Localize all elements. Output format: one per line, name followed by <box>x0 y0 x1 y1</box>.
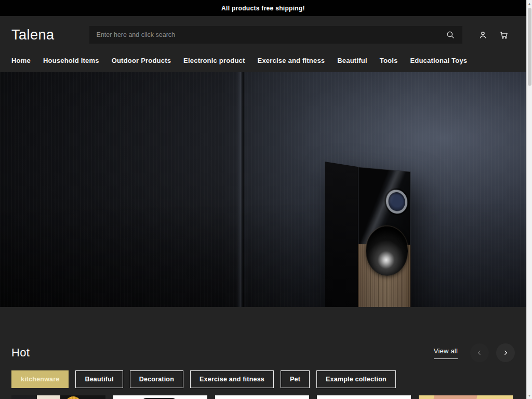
product-card-scallions[interactable] <box>419 395 513 399</box>
filter-chip-exercise-and-fitness[interactable]: Exercise and fitness <box>190 370 274 388</box>
nav-item-tools[interactable]: Tools <box>380 57 398 64</box>
product-image <box>419 395 513 399</box>
carousel-prev-button[interactable] <box>470 343 489 362</box>
logo[interactable]: Talena <box>11 27 55 43</box>
nav-item-electronic-product[interactable]: Electronic product <box>183 57 245 64</box>
product-image <box>215 395 309 399</box>
nav-item-home[interactable]: Home <box>11 57 31 64</box>
hot-section: Hot View all kitchenwareBeautifu <box>0 343 526 399</box>
scroll-up-icon[interactable]: ▲ <box>527 0 532 7</box>
doorbell-front-face <box>358 167 410 307</box>
search-input[interactable] <box>89 26 462 44</box>
filter-chip-decoration[interactable]: Decoration <box>130 370 183 388</box>
masthead: Talena <box>0 16 526 72</box>
hero-door-edge <box>237 72 247 307</box>
header: Talena <box>0 16 526 52</box>
doorbell-speaker <box>366 225 408 276</box>
nav-item-beautiful[interactable]: Beautiful <box>337 57 367 64</box>
page: All products free shipping! Talena <box>0 0 526 399</box>
scrollbar-thumb[interactable] <box>528 8 531 86</box>
section-title: Hot <box>11 346 30 360</box>
filter-chips: kitchenwareBeautifulDecorationExercise a… <box>11 370 515 388</box>
search-bar <box>89 26 462 44</box>
doorbell-device <box>325 162 414 307</box>
filter-chip-example-collection[interactable]: Example collection <box>316 370 396 388</box>
header-icons <box>476 28 511 42</box>
promo-banner: All products free shipping! <box>0 0 526 16</box>
promo-banner-text: All products free shipping! <box>221 5 305 12</box>
product-image <box>11 395 105 399</box>
filter-chip-pet[interactable]: Pet <box>281 370 310 388</box>
product-image <box>317 395 411 399</box>
chevron-right-icon <box>502 349 509 356</box>
hot-controls: View all <box>434 343 515 362</box>
nav-item-outdoor-products[interactable]: Outdoor Products <box>112 57 171 64</box>
product-card-coffee[interactable]: 100% <box>11 395 105 399</box>
cart-icon <box>499 30 509 40</box>
view-all-link[interactable]: View all <box>434 347 458 359</box>
product-card-sandwich[interactable] <box>317 395 411 399</box>
nav-item-household-items[interactable]: Household Items <box>43 57 99 64</box>
chevron-left-icon <box>476 349 483 356</box>
scroll-down-icon[interactable]: ▼ <box>527 392 532 399</box>
search-icon <box>446 30 455 39</box>
search-button[interactable] <box>443 26 458 44</box>
product-carousel: 100% <box>11 395 515 399</box>
hot-header-row: Hot View all <box>11 343 515 362</box>
doorbell-camera-lens <box>386 189 407 214</box>
nav-item-exercise-and-fitness[interactable]: Exercise and fitness <box>258 57 325 64</box>
viewport: All products free shipping! Talena <box>0 0 532 399</box>
filter-chip-kitchenware[interactable]: kitchenware <box>11 370 69 388</box>
account-button[interactable] <box>476 28 489 42</box>
scrollbar[interactable]: ▲ ▼ <box>526 0 532 399</box>
product-image <box>113 395 207 399</box>
filter-chip-beautiful[interactable]: Beautiful <box>75 370 123 388</box>
carousel-next-button[interactable] <box>496 343 515 362</box>
user-icon <box>478 30 488 40</box>
doorbell-side-face <box>325 162 360 307</box>
hero-image <box>0 72 526 307</box>
main-nav: HomeHousehold ItemsOutdoor ProductsElect… <box>0 52 526 72</box>
nav-item-educational-toys[interactable]: Educational Toys <box>410 57 467 64</box>
product-card-blender[interactable] <box>113 395 207 399</box>
product-card-griddle[interactable] <box>215 395 309 399</box>
cart-button[interactable] <box>497 28 511 42</box>
